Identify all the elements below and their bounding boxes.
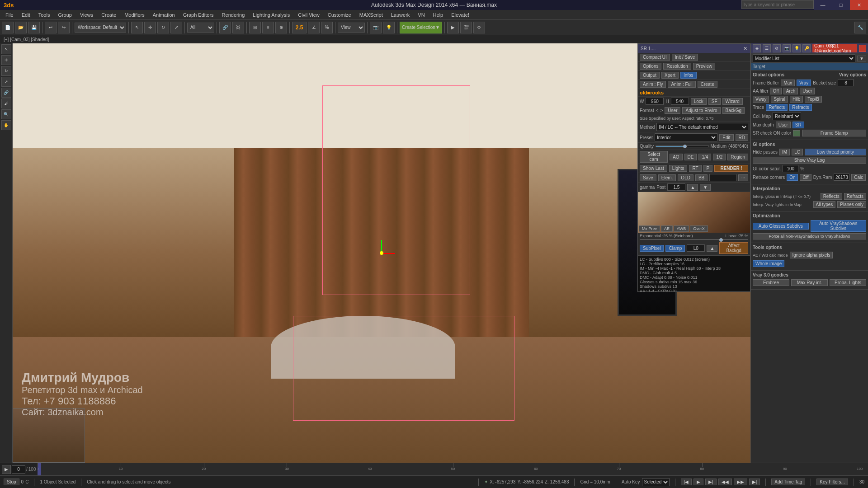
- reflects-btn2[interactable]: Reflects: [821, 193, 842, 200]
- preset-select[interactable]: Interior: [655, 133, 717, 141]
- play-fwd2-btn[interactable]: ▶▶: [734, 479, 747, 485]
- render-main-btn[interactable]: RENDER !: [714, 165, 748, 172]
- quality-slider[interactable]: [656, 145, 708, 147]
- stop-btn[interactable]: Stop: [4, 479, 19, 485]
- render-frame-btn[interactable]: 🎬: [460, 22, 472, 33]
- zoom-tool[interactable]: 🔍: [1, 109, 11, 119]
- menu-help[interactable]: Help: [429, 11, 447, 19]
- quality-slider-thumb[interactable]: [683, 145, 687, 148]
- off-btn2[interactable]: Off: [800, 174, 811, 181]
- user-btn[interactable]: User: [665, 107, 680, 114]
- menu-graph-editors[interactable]: Graph Editors: [179, 11, 217, 19]
- anim-fly-btn[interactable]: Anim : Fly: [640, 81, 666, 88]
- lo-input[interactable]: [687, 244, 705, 252]
- lo-arrow[interactable]: ▲: [707, 245, 717, 252]
- subpixel-btn[interactable]: SubPixel: [640, 245, 664, 252]
- refracts-btn1[interactable]: Refracts: [789, 104, 811, 111]
- modifier-arrow-btn[interactable]: ▼: [857, 56, 866, 61]
- extra-btn[interactable]: 🔧: [854, 22, 866, 33]
- height-input[interactable]: [671, 98, 689, 105]
- add-time-tag-btn[interactable]: Add Time Tag: [771, 479, 805, 485]
- de-btn[interactable]: DE: [684, 154, 697, 160]
- maximize-button[interactable]: □: [832, 0, 850, 10]
- menu-rendering[interactable]: Rendering: [218, 11, 249, 19]
- key-filters-btn[interactable]: Key Filters...: [816, 479, 848, 485]
- obj-icon-4[interactable]: 📷: [783, 44, 791, 52]
- dyn-ram-input[interactable]: [834, 174, 849, 181]
- low-thread-btn[interactable]: Low thread priority: [805, 149, 866, 155]
- sr-btn[interactable]: SR: [793, 122, 804, 128]
- extra-btn2[interactable]: ···: [738, 174, 748, 181]
- filter-select[interactable]: All: [187, 23, 214, 33]
- obj-icon-1[interactable]: ◈: [753, 44, 761, 52]
- prev-frame-btn[interactable]: |◀: [681, 479, 692, 485]
- hilb-btn[interactable]: Hilb: [790, 96, 803, 103]
- anim-full-btn[interactable]: Anim : Full: [668, 81, 695, 88]
- infos-btn[interactable]: Infos: [680, 72, 697, 79]
- proba-lights-btn[interactable]: Proba. Lights: [830, 279, 866, 286]
- play-rev-btn[interactable]: ◀◀: [718, 479, 732, 485]
- extra-input[interactable]: [709, 174, 736, 181]
- rt-btn[interactable]: RT: [689, 165, 701, 172]
- obj-icon-2[interactable]: ☰: [763, 44, 771, 52]
- timeline-ruler[interactable]: 0 10 20 30 40 50 60 70 80 90 100: [38, 463, 868, 475]
- half-btn[interactable]: 1/2: [713, 154, 726, 160]
- rotate-btn[interactable]: ↻: [157, 22, 169, 33]
- top-b-btn[interactable]: Top/B: [805, 96, 822, 103]
- render-settings-btn[interactable]: ⚙: [473, 22, 485, 33]
- affect-backgd-btn[interactable]: Affect Backgd: [719, 242, 748, 254]
- all-types-btn[interactable]: All types: [813, 201, 836, 208]
- sr-color-box[interactable]: [793, 130, 800, 136]
- menu-modifiers[interactable]: Modifiers: [121, 11, 148, 19]
- move-btn[interactable]: ✛: [144, 22, 156, 33]
- gi-satur-input[interactable]: [783, 165, 798, 172]
- xpert-btn[interactable]: Xpert: [661, 72, 679, 79]
- resolution-btn[interactable]: Resolution: [663, 63, 691, 70]
- menu-maxscript[interactable]: MAXScript: [356, 11, 387, 19]
- pan-tool[interactable]: ✋: [1, 120, 11, 130]
- mirror-btn[interactable]: ⊟: [249, 22, 261, 33]
- overx-btn[interactable]: OverX: [690, 225, 708, 232]
- auto-glosses-btn[interactable]: Auto Glosses Subdivs: [753, 223, 809, 230]
- save-btn2[interactable]: Save: [640, 174, 656, 181]
- modifier-item-target[interactable]: Target: [751, 63, 868, 70]
- view-select[interactable]: View: [338, 23, 365, 33]
- rd-btn[interactable]: RD: [736, 134, 748, 141]
- gamma-up-btn[interactable]: ▲: [687, 184, 698, 191]
- selected-select[interactable]: Selected: [642, 478, 670, 486]
- obj-icon-3[interactable]: ⚙: [773, 44, 781, 52]
- play-btn[interactable]: ▶: [2, 465, 11, 474]
- create-btn[interactable]: Create: [698, 81, 717, 88]
- embree-btn[interactable]: Embree: [753, 279, 789, 286]
- menu-civil-view[interactable]: Civil View: [294, 11, 323, 19]
- align-btn[interactable]: ≡: [262, 22, 274, 33]
- refracts-btn2[interactable]: Refracts: [844, 193, 866, 200]
- gamma-input[interactable]: [667, 183, 685, 191]
- link-tool[interactable]: 🔗: [1, 88, 11, 98]
- snap-btn[interactable]: ⊕: [275, 22, 287, 33]
- old-btn[interactable]: OLD: [678, 174, 693, 181]
- clamp-btn[interactable]: Clamp: [665, 245, 685, 252]
- ao-btn[interactable]: AO: [670, 154, 682, 160]
- auto-vray-shadows-btn[interactable]: Auto VrayShadows Subdivs: [811, 220, 867, 232]
- snap-2d-btn[interactable]: 2.5: [292, 22, 307, 33]
- show-vray-log-btn[interactable]: Show Vray Log: [753, 157, 866, 164]
- sr-panel-close[interactable]: ✕: [743, 46, 747, 52]
- reflects-btn1[interactable]: Reflects: [766, 104, 788, 111]
- width-input[interactable]: [646, 98, 664, 105]
- unlink-btn[interactable]: ⛓: [232, 22, 244, 33]
- bucket-size-input[interactable]: [838, 79, 854, 86]
- new-btn[interactable]: 📄: [2, 22, 14, 33]
- open-btn[interactable]: 📂: [15, 22, 27, 33]
- select-btn[interactable]: ↖: [131, 22, 143, 33]
- next-frame-btn[interactable]: ▶|: [705, 479, 717, 485]
- compact-ui-btn[interactable]: Compact UI: [640, 54, 670, 61]
- preview-btn[interactable]: Preview: [693, 63, 716, 70]
- output-btn[interactable]: Output: [640, 72, 660, 79]
- on-btn[interactable]: On: [787, 174, 798, 181]
- current-frame-input[interactable]: [12, 465, 25, 474]
- sf-btn[interactable]: SF: [708, 98, 721, 105]
- select-cam-btn[interactable]: Select cam: [640, 151, 668, 163]
- spiral-btn[interactable]: Spiral: [771, 96, 788, 103]
- menu-create[interactable]: Create: [98, 11, 120, 19]
